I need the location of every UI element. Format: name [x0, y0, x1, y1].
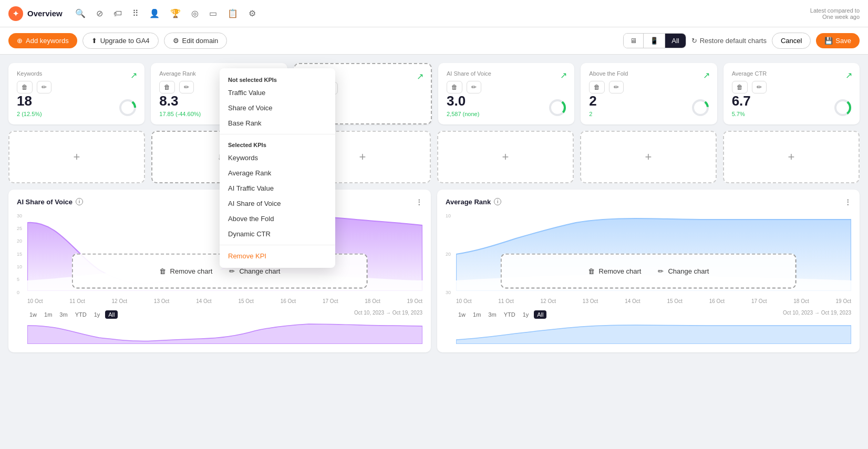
- latest-compared-label: Latest compared to: [810, 7, 860, 14]
- dropdown-item-share-of-voice[interactable]: Share of Voice: [220, 100, 335, 116]
- kpi-delete-avg-ctr[interactable]: 🗑: [732, 81, 748, 93]
- search-nav-icon[interactable]: 🔍: [75, 8, 86, 18]
- target-icon[interactable]: ◎: [191, 8, 199, 18]
- dropdown-item-base-rank[interactable]: Base Rank: [220, 116, 335, 131]
- period-1w-avg-rank[interactable]: 1w: [456, 310, 468, 319]
- add-kpi-6[interactable]: +: [723, 131, 860, 183]
- nav-right-info: Latest compared to One week ago: [810, 7, 860, 20]
- chart-title-avg-rank: Average Rank i ⋮: [446, 198, 851, 206]
- kpi-label-avg-ctr: Average CTR: [732, 70, 767, 77]
- kpi-delete-ai-share[interactable]: 🗑: [447, 81, 462, 93]
- kpi-delete-keywords[interactable]: 🗑: [17, 81, 33, 93]
- kpi-label-keywords: Keywords: [17, 70, 42, 77]
- kpi-add-row: + ↓ + + + +: [8, 131, 860, 183]
- logo-icon: ✦: [8, 6, 23, 21]
- device-all-button[interactable]: All: [665, 34, 685, 48]
- hierarchy-icon[interactable]: ⠿: [132, 8, 139, 18]
- info-icon-ai-share[interactable]: i: [76, 198, 83, 205]
- dropdown-remove-kpi[interactable]: Remove KPI: [220, 248, 335, 264]
- nav-icons: 🔍 ⊘ 🏷 ⠿ 👤 🏆 ◎ ▭ 📋 ⚙: [75, 8, 256, 18]
- period-all-avg-rank[interactable]: All: [534, 310, 546, 319]
- browser-icon[interactable]: ▭: [209, 8, 217, 18]
- period-ytd-ai-share[interactable]: YTD: [73, 310, 89, 319]
- device-mobile-button[interactable]: 📱: [644, 34, 665, 48]
- kpi-card-ai-share: AI Share of Voice ↗ 🗑 ✏ 3.0 2,587 (none): [438, 63, 574, 124]
- period-all-ai-share[interactable]: All: [105, 310, 118, 319]
- period-1y-ai-share[interactable]: 1y: [92, 310, 102, 319]
- remove-chart-avg-rank[interactable]: 🗑 Remove chart: [588, 267, 642, 275]
- donut-keywords: [118, 98, 137, 117]
- trend-up-icon-keywords: ↗: [130, 70, 137, 80]
- dropdown-item-keywords[interactable]: Keywords: [220, 150, 335, 165]
- chart-menu-avg-rank[interactable]: ⋮: [844, 198, 851, 206]
- add-kpi-1[interactable]: +: [8, 131, 145, 183]
- compass-icon[interactable]: ⊘: [96, 8, 103, 18]
- donut-above-fold: [691, 98, 710, 117]
- kpi-header-avg-ctr: Average CTR: [732, 70, 851, 77]
- cancel-button[interactable]: Cancel: [772, 33, 811, 49]
- toolbar: ⊕ Add keywords ⬆ Upgrade to GA4 ⚙ Edit d…: [0, 27, 868, 55]
- kpi-edit-ai-share[interactable]: ✏: [467, 81, 481, 93]
- remove-chart-ai-share[interactable]: 🗑 Remove chart: [159, 267, 213, 275]
- kpi-header-ai-share: AI Share of Voice: [447, 70, 566, 77]
- add-keywords-button[interactable]: ⊕ Add keywords: [8, 33, 77, 48]
- remove-chart-icon: 🗑: [159, 267, 166, 275]
- period-3m-ai-share[interactable]: 3m: [57, 310, 69, 319]
- change-chart-avg-rank[interactable]: ✏ Change chart: [658, 267, 709, 275]
- period-3m-avg-rank[interactable]: 3m: [486, 310, 498, 319]
- kpi-header-keywords: Keywords: [17, 70, 136, 77]
- clipboard-icon[interactable]: 📋: [228, 8, 238, 18]
- edit-domain-icon: ⚙: [173, 37, 179, 45]
- kpi-edit-above-fold[interactable]: ✏: [609, 81, 624, 93]
- dropdown-item-average-rank[interactable]: Average Rank: [220, 165, 335, 181]
- one-week-ago-label: One week ago: [822, 14, 860, 20]
- kpi-delete-above-fold[interactable]: 🗑: [589, 81, 605, 93]
- chart-menu-ai-share[interactable]: ⋮: [416, 198, 422, 206]
- dropdown-not-selected-label: Not selected KPIs: [220, 72, 335, 85]
- kpi-edit-keywords[interactable]: ✏: [37, 81, 51, 93]
- trophy-icon[interactable]: 🏆: [170, 8, 181, 18]
- kpi-label-avg-rank: Average Rank: [159, 70, 196, 77]
- period-1w-ai-share[interactable]: 1w: [27, 310, 39, 319]
- chart-avg-rank: Average Rank i ⋮ 102030: [437, 190, 860, 352]
- period-1m-ai-share[interactable]: 1m: [42, 310, 54, 319]
- kpi-edit-avg-ctr[interactable]: ✏: [752, 81, 767, 93]
- trend-up-icon-avg-ctr: ↗: [845, 70, 852, 80]
- dropdown-divider-2: [220, 245, 335, 245]
- charts-row: AI Share of Voice i ⋮ 302520151050: [8, 190, 860, 352]
- device-desktop-button[interactable]: 🖥: [624, 34, 644, 48]
- upgrade-ga4-button[interactable]: ⬆ Upgrade to GA4: [82, 33, 159, 49]
- kpi-card-above-fold: Above the Fold ↗ 🗑 ✏ 2 2: [581, 63, 717, 124]
- kpi-edit-avg-rank[interactable]: ✏: [179, 81, 194, 93]
- add-kpi-4[interactable]: +: [437, 131, 574, 183]
- dropdown-item-above-the-fold[interactable]: Above the Fold: [220, 211, 335, 226]
- period-1y-avg-rank[interactable]: 1y: [521, 310, 531, 319]
- kpi-card-avg-ctr: Average CTR ↗ 🗑 ✏ 6.7 5.7%: [724, 63, 860, 124]
- restore-icon: ↻: [691, 37, 697, 45]
- tag-icon[interactable]: 🏷: [113, 9, 122, 18]
- dropdown-item-dynamic-ctr[interactable]: Dynamic CTR: [220, 226, 335, 242]
- settings-icon[interactable]: ⚙: [249, 8, 256, 18]
- period-1m-avg-rank[interactable]: 1m: [471, 310, 483, 319]
- trend-up-icon-ai-share: ↗: [560, 70, 567, 80]
- kpi-actions-above-fold: 🗑 ✏: [589, 81, 708, 93]
- chart-label-ai-share: AI Share of Voice: [17, 198, 73, 206]
- person-icon[interactable]: 👤: [149, 8, 160, 18]
- kpi-delete-avg-rank[interactable]: 🗑: [159, 81, 175, 93]
- period-ytd-avg-rank[interactable]: YTD: [502, 310, 518, 319]
- chart-overlay-avg-rank: 🗑 Remove chart ✏ Change chart: [501, 253, 797, 288]
- kpi-actions-avg-ctr: 🗑 ✏: [732, 81, 851, 93]
- change-chart-ai-share[interactable]: ✏ Change chart: [229, 267, 280, 275]
- donut-ai-share: [548, 98, 567, 117]
- save-button[interactable]: 💾 Save: [816, 33, 860, 48]
- restore-default-button[interactable]: ↻ Restore default charts: [691, 37, 767, 45]
- dropdown-item-traffic-value[interactable]: Traffic Value: [220, 85, 335, 100]
- dropdown-item-ai-share-of-voice[interactable]: AI Share of Voice: [220, 196, 335, 211]
- dropdown-item-ai-traffic-value[interactable]: AI Traffic Value: [220, 181, 335, 196]
- edit-domain-button[interactable]: ⚙ Edit domain: [164, 33, 228, 49]
- trend-up-icon-share-voice: ↗: [417, 71, 423, 81]
- add-kpi-5[interactable]: +: [580, 131, 717, 183]
- add-icon: ⊕: [17, 37, 23, 45]
- info-icon-avg-rank[interactable]: i: [494, 198, 501, 205]
- dropdown-selected-label: Selected KPIs: [220, 138, 335, 150]
